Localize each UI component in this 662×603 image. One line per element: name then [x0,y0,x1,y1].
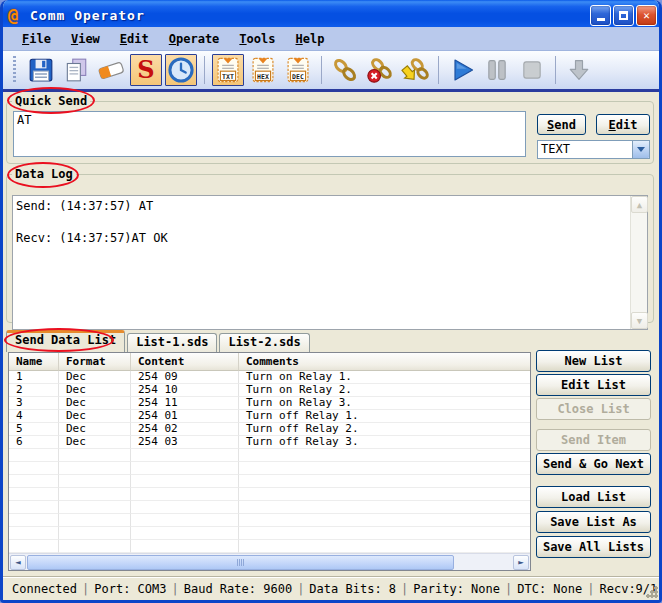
empty-row [9,475,530,488]
quick-send-input[interactable]: AT [13,111,526,157]
edit-list-button[interactable]: Edit List [536,374,651,396]
tab-list-1[interactable]: List-1.sds [127,333,217,352]
cell-content: 254 01 [131,410,239,423]
format-hex-button[interactable]: HEX [247,54,279,86]
save-all-lists-button[interactable]: Save All Lists [536,536,651,558]
log-line-recv: Recv: (14:37:57)AT OK [16,230,627,246]
minimize-icon [597,18,605,21]
cell-content: 254 02 [131,423,239,436]
cell-comments: Turn on Relay 2. [239,384,530,397]
cell-format: Dec [59,436,131,449]
timestamp-button[interactable] [165,54,197,86]
quick-send-label: Quick Send [12,94,90,108]
minimize-button[interactable] [590,5,611,26]
menu-file[interactable]: File [13,30,60,48]
menu-view[interactable]: View [62,30,109,48]
toolbar-separator [555,56,556,84]
reconnect-button[interactable] [399,54,431,86]
resize-grip[interactable] [646,586,658,598]
cell-content: 254 09 [131,371,239,384]
column-header-name[interactable]: Name [9,353,59,371]
cell-format: Dec [59,371,131,384]
disconnect-button[interactable] [364,54,396,86]
empty-row [9,514,530,527]
new-list-button[interactable]: New List [536,350,651,372]
data-log-view[interactable]: Send: (14:37:57) AT Recv: (14:37:57)AT O… [12,195,648,330]
play-button[interactable] [446,54,478,86]
svg-text:DEC: DEC [292,73,304,81]
empty-row [9,462,530,475]
menu-edit[interactable]: Edit [111,30,158,48]
table-row[interactable]: 3 Dec 254 11 Turn on Relay 3. [9,397,530,410]
menu-tools[interactable]: Tools [230,30,284,48]
download-button[interactable] [563,54,595,86]
scroll-left-icon[interactable]: ◄ [10,555,26,570]
cell-format: Dec [59,423,131,436]
title-bar[interactable]: @ Comm Operator ✕ [0,0,662,30]
stop-button[interactable] [516,54,548,86]
log-line-send: Send: (14:37:57) AT [16,198,627,214]
status-divider: | [82,582,89,596]
stop-icon [518,56,546,84]
connect-button[interactable] [329,54,361,86]
scroll-right-icon[interactable]: ► [513,555,529,570]
reconnect-chain-icon [401,56,429,84]
scrollbar-thumb[interactable] [27,555,454,570]
format-select[interactable]: TEXT [537,140,650,159]
tab-list-2[interactable]: List-2.sds [219,333,309,352]
send-data-table[interactable]: Name Format Content Comments 1 Dec 254 0… [8,352,531,571]
eraser-icon [97,56,125,84]
copy-button[interactable] [60,54,92,86]
log-scrollbar[interactable]: ▲ ▼ [630,196,647,329]
pause-icon [483,56,511,84]
menu-operate[interactable]: Operate [160,30,229,48]
save-button[interactable] [25,54,57,86]
list-tabs: Send Data List List-1.sds List-2.sds [6,330,312,352]
table-row[interactable]: 2 Dec 254 10 Turn on Relay 2. [9,384,530,397]
send-s-mode-button[interactable]: S [130,54,162,86]
table-row[interactable]: 4 Dec 254 01 Turn off Relay 1. [9,410,530,423]
menu-help[interactable]: Help [287,30,334,48]
play-icon [448,56,476,84]
table-row[interactable]: 6 Dec 254 03 Turn off Relay 3. [9,436,530,449]
combo-dropdown-button[interactable] [632,141,649,158]
column-header-content[interactable]: Content [131,353,239,371]
empty-row [9,488,530,501]
cell-comments: Turn on Relay 3. [239,397,530,410]
cell-comments: Turn off Relay 2. [239,423,530,436]
maximize-icon [619,11,628,20]
column-header-format[interactable]: Format [59,353,131,371]
cell-format: Dec [59,410,131,423]
table-row[interactable]: 5 Dec 254 02 Turn off Relay 2. [9,423,530,436]
close-list-button: Close List [536,398,651,420]
clear-button[interactable] [95,54,127,86]
cell-name: 4 [9,410,59,423]
send-and-go-next-button[interactable]: Send & Go Next [536,453,651,475]
cell-name: 2 [9,384,59,397]
status-divider: | [505,582,512,596]
table-horizontal-scrollbar[interactable]: ◄ ► [9,553,530,570]
toolbar-separator [321,56,322,84]
format-txt-button[interactable]: TXT [212,54,244,86]
cell-content: 254 11 [131,397,239,410]
maximize-button[interactable] [613,5,634,26]
cell-comments: Turn on Relay 1. [239,371,530,384]
tab-send-data-list[interactable]: Send Data List [6,330,125,352]
app-logo-icon: @ [8,6,26,24]
table-body: 1 Dec 254 09 Turn on Relay 1. 2 Dec 254 … [9,371,530,553]
status-divider: | [297,582,304,596]
scroll-up-icon[interactable]: ▲ [631,196,648,213]
scroll-down-icon[interactable]: ▼ [631,312,648,329]
copy-icon [63,57,89,83]
edit-button[interactable]: Edit [596,114,650,135]
close-button[interactable]: ✕ [636,5,657,26]
save-list-as-button[interactable]: Save List As [536,511,651,533]
table-row[interactable]: 1 Dec 254 09 Turn on Relay 1. [9,371,530,384]
column-header-comments[interactable]: Comments [239,353,530,371]
send-button[interactable]: Send [537,114,586,135]
toolbar-separator [204,56,205,84]
toolbar-grip[interactable] [13,56,16,84]
pause-button[interactable] [481,54,513,86]
format-dec-button[interactable]: DEC [282,54,314,86]
load-list-button[interactable]: Load List [536,486,651,508]
